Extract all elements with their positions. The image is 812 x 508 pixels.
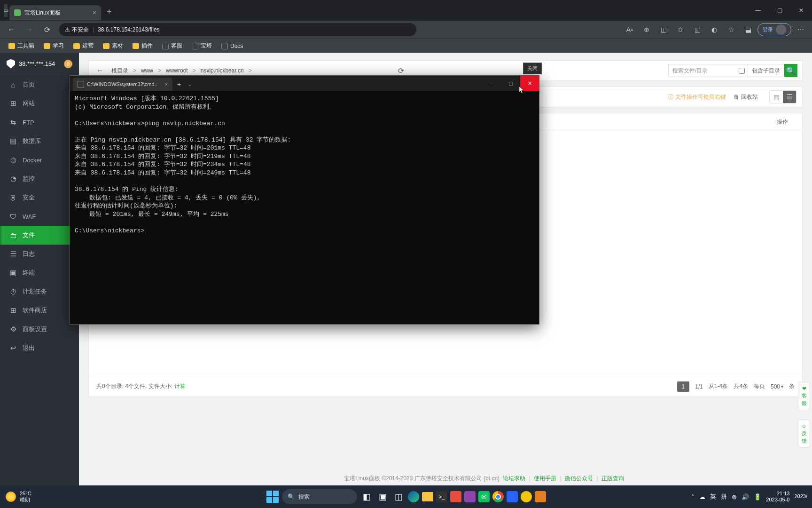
cmd-minimize-button[interactable]: — <box>483 76 501 91</box>
footer-link[interactable]: 正版查询 <box>601 475 624 482</box>
app-icon[interactable] <box>535 491 546 502</box>
include-subdir-label[interactable]: 包含子目录 <box>748 64 784 77</box>
breadcrumb-item[interactable]: www <box>139 66 155 75</box>
sidebar-item[interactable]: ⊞软件商店 <box>0 301 79 320</box>
footer-link[interactable]: 微信公众号 <box>565 475 593 482</box>
sidebar-item[interactable]: ⇆FTP <box>0 113 79 132</box>
breadcrumb-item[interactable]: nsvip.nickbear.cn <box>199 66 246 75</box>
app-icon[interactable] <box>507 491 518 502</box>
favorites-icon[interactable]: ✩ <box>673 23 688 37</box>
sidebar-item[interactable]: ⏱计划任务 <box>0 282 79 301</box>
search-input[interactable]: 搜索文件/目录 <box>668 64 748 77</box>
footer-link[interactable]: 论坛求助 <box>503 475 525 482</box>
battery-icon[interactable]: 🔋 <box>754 493 761 500</box>
sidebar-item[interactable]: ↩退出 <box>0 339 79 357</box>
login-button[interactable]: 登录 <box>757 23 791 36</box>
tray-chevron-icon[interactable]: ˄ <box>691 493 695 500</box>
cmd-close-button[interactable]: ✕ 关闭 <box>520 76 539 91</box>
menu-icon: ⊞ <box>9 100 17 107</box>
minimize-button[interactable]: — <box>747 3 769 17</box>
taskbar-search[interactable]: 🔍 搜索 <box>282 489 357 504</box>
sidebar-item[interactable]: 🗀文件 <box>0 226 79 245</box>
menu-icon[interactable]: ⋯ <box>793 23 808 37</box>
per-page-select[interactable]: 500 ▾ <box>771 383 783 390</box>
ime-mode[interactable]: 拼 <box>721 492 727 501</box>
search-button[interactable]: 🔍 <box>784 64 797 77</box>
star-icon[interactable]: ☆ <box>724 23 739 37</box>
zoom-icon[interactable]: ⊕ <box>639 23 654 37</box>
footer-link[interactable]: 使用手册 <box>534 475 556 482</box>
notification-badge[interactable]: 0 <box>64 60 72 68</box>
tab-close-icon[interactable]: × <box>93 9 96 16</box>
cmd-new-tab-button[interactable]: + <box>172 80 186 88</box>
bookmark-item[interactable]: 运营 <box>70 40 97 52</box>
browser-tab[interactable]: 宝塔Linux面板 × <box>9 5 101 20</box>
refresh-button[interactable]: ⟳ <box>39 22 55 37</box>
volume-icon[interactable]: 🔊 <box>742 493 749 500</box>
weather-widget[interactable]: 25°C 晴朗 <box>0 491 37 503</box>
sidebar-item[interactable]: ▣终端 <box>0 263 79 282</box>
close-button[interactable]: ✕ <box>790 3 812 17</box>
app-icon[interactable] <box>450 491 461 502</box>
text-size-icon[interactable]: AA <box>622 23 637 37</box>
app-icon[interactable]: ◫ <box>392 490 405 503</box>
bookmark-item[interactable]: 素材 <box>99 40 127 52</box>
explorer-icon[interactable] <box>422 492 433 501</box>
cmd-output[interactable]: Microsoft Windows [版本 10.0.22621.1555] (… <box>70 91 539 238</box>
bookmark-item[interactable]: 学习 <box>40 40 68 52</box>
split-icon[interactable]: ◫ <box>656 23 671 37</box>
breadcrumb-item[interactable]: wwwroot <box>164 66 190 75</box>
sidebar-item[interactable]: ⚙面板设置 <box>0 320 79 339</box>
clock[interactable]: 21:13 2023-05-0 <box>766 491 789 503</box>
support-float[interactable]: ❤ 客 服 <box>798 382 810 410</box>
cmd-tab-close-icon[interactable]: × <box>165 81 168 87</box>
bookmark-item[interactable]: 宝塔 <box>188 40 216 52</box>
feedback-float[interactable]: ☺ 反 馈 <box>798 420 810 448</box>
calculate-link[interactable]: 计算 <box>174 382 186 390</box>
sidebar-item[interactable]: ☰日志 <box>0 245 79 263</box>
breadcrumb-sep: > <box>191 66 198 75</box>
wechat-icon[interactable]: ✉ <box>478 491 490 502</box>
list-view-button[interactable]: ☰ <box>783 91 796 103</box>
sidebar-item[interactable]: ▤数据库 <box>0 132 79 151</box>
edge-icon[interactable] <box>408 491 419 502</box>
new-tab-button[interactable]: + <box>101 7 117 17</box>
bookmark-item[interactable]: 工具箱 <box>5 40 38 52</box>
sidebar-item[interactable]: ⌂首页 <box>0 75 79 94</box>
task-view-button[interactable]: ◧ <box>360 490 373 503</box>
sidebar-item[interactable]: ◍Docker <box>0 151 79 169</box>
sidebar-item[interactable]: 🛡WAF <box>0 207 79 226</box>
subdir-checkbox[interactable] <box>739 68 745 74</box>
tab-actions-icon[interactable]: ▭ <box>4 4 8 17</box>
bookmark-item[interactable]: 插件 <box>129 40 156 52</box>
terminal-icon[interactable]: >_ <box>436 491 447 502</box>
cmd-window[interactable]: C:\WINDOWS\system32\cmd.. × + ⌵ — ▢ ✕ 关闭… <box>70 75 539 325</box>
sidebar-item[interactable]: ◔监控 <box>0 169 79 188</box>
wifi-icon[interactable]: ⊚ <box>732 493 737 500</box>
ime-lang[interactable]: 英 <box>710 492 716 501</box>
back-button[interactable]: ← <box>4 22 19 37</box>
app-icon[interactable]: ▣ <box>376 490 389 503</box>
sidebar-item[interactable]: ⛨安全 <box>0 188 79 207</box>
start-button[interactable] <box>266 490 279 503</box>
grid-view-button[interactable]: ▦ <box>770 91 783 103</box>
chrome-icon[interactable] <box>492 491 504 502</box>
bookmark-item[interactable]: 客服 <box>158 40 186 52</box>
collections-icon[interactable]: ▥ <box>690 23 705 37</box>
performance-icon[interactable]: ◐ <box>707 23 722 37</box>
address-field[interactable]: ⚠ 不安全 | 38.6.178.154:26143/files <box>59 23 416 36</box>
maximize-button[interactable]: ▢ <box>769 3 790 17</box>
cmd-titlebar[interactable]: C:\WINDOWS\system32\cmd.. × + ⌵ — ▢ ✕ 关闭 <box>70 76 539 91</box>
onedrive-icon[interactable]: ☁ <box>699 493 705 500</box>
bookmark-item[interactable]: Docs <box>218 41 247 51</box>
folder-icon <box>73 43 80 49</box>
app-icon[interactable] <box>464 491 476 502</box>
trash-button[interactable]: 🗑 回收站 <box>734 93 758 101</box>
cmd-tab[interactable]: C:\WINDOWS\system32\cmd.. × <box>73 78 172 91</box>
breadcrumb-item[interactable]: 根目录 <box>109 66 130 76</box>
server-ip-header[interactable]: 38.***.***.154 0 <box>0 53 79 75</box>
sidebar-item[interactable]: ⊞网站 <box>0 94 79 113</box>
extensions-icon[interactable]: ⬓ <box>741 23 756 37</box>
cmd-dropdown-icon[interactable]: ⌵ <box>186 82 194 87</box>
app-icon[interactable] <box>521 491 532 502</box>
